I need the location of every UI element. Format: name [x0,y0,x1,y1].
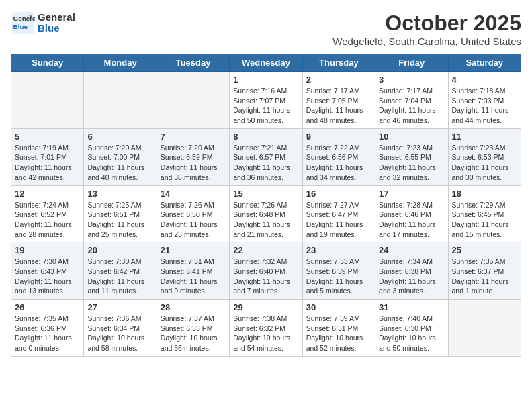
cell-text: Sunrise: 7:33 AMSunset: 6:39 PMDaylight:… [306,257,371,296]
calendar-cell: 21Sunrise: 7:31 AMSunset: 6:41 PMDayligh… [157,242,229,300]
cell-text: Sunrise: 7:30 AMSunset: 6:42 PMDaylight:… [87,257,152,296]
calendar-cell: 16Sunrise: 7:27 AMSunset: 6:47 PMDayligh… [302,185,375,242]
day-number: 17 [379,189,444,199]
calendar-cell: 7Sunrise: 7:20 AMSunset: 6:59 PMDaylight… [157,128,229,185]
cell-text: Sunrise: 7:20 AMSunset: 6:59 PMDaylight:… [161,143,226,183]
weekday-header-wednesday: Wednesday [230,54,302,72]
svg-text:Blue: Blue [13,23,28,30]
day-number: 2 [306,75,371,85]
calendar-row-2: 12Sunrise: 7:24 AMSunset: 6:52 PMDayligh… [11,185,521,242]
calendar-cell: 18Sunrise: 7:29 AMSunset: 6:45 PMDayligh… [448,185,521,242]
day-number: 4 [452,75,517,85]
day-number: 5 [15,132,80,142]
cell-text: Sunrise: 7:16 AMSunset: 7:07 PMDaylight:… [233,86,298,126]
calendar: SundayMondayTuesdayWednesdayThursdayFrid… [11,54,521,357]
day-number: 1 [233,75,298,85]
day-number: 16 [306,189,371,199]
cell-text: Sunrise: 7:40 AMSunset: 6:30 PMDaylight:… [379,314,444,353]
calendar-row-0: 1Sunrise: 7:16 AMSunset: 7:07 PMDaylight… [11,72,521,129]
calendar-cell: 26Sunrise: 7:35 AMSunset: 6:36 PMDayligh… [11,300,84,357]
calendar-cell: 27Sunrise: 7:36 AMSunset: 6:34 PMDayligh… [84,300,157,357]
cell-text: Sunrise: 7:17 AMSunset: 7:05 PMDaylight:… [306,86,371,126]
calendar-row-4: 26Sunrise: 7:35 AMSunset: 6:36 PMDayligh… [11,300,521,357]
cell-text: Sunrise: 7:25 AMSunset: 6:51 PMDaylight:… [87,200,152,240]
day-number: 11 [452,132,517,142]
cell-text: Sunrise: 7:23 AMSunset: 6:55 PMDaylight:… [379,143,444,183]
month-title: October 2025 [332,11,521,36]
calendar-cell: 28Sunrise: 7:37 AMSunset: 6:33 PMDayligh… [157,300,229,357]
calendar-row-1: 5Sunrise: 7:19 AMSunset: 7:01 PMDaylight… [11,128,521,185]
day-number: 19 [15,245,80,255]
calendar-cell: 29Sunrise: 7:38 AMSunset: 6:32 PMDayligh… [230,300,302,357]
cell-text: Sunrise: 7:29 AMSunset: 6:45 PMDaylight:… [452,200,517,240]
cell-text: Sunrise: 7:22 AMSunset: 6:56 PMDaylight:… [306,143,371,183]
day-number: 18 [452,189,517,199]
day-number: 22 [233,245,298,255]
cell-text: Sunrise: 7:18 AMSunset: 7:03 PMDaylight:… [452,86,517,126]
cell-text: Sunrise: 7:36 AMSunset: 6:34 PMDaylight:… [87,314,152,353]
weekday-header-row: SundayMondayTuesdayWednesdayThursdayFrid… [11,54,521,72]
cell-text: Sunrise: 7:31 AMSunset: 6:41 PMDaylight:… [161,257,226,296]
day-number: 30 [306,302,371,312]
calendar-cell: 12Sunrise: 7:24 AMSunset: 6:52 PMDayligh… [11,185,84,242]
day-number: 25 [452,245,517,255]
day-number: 29 [233,302,298,312]
calendar-cell: 24Sunrise: 7:34 AMSunset: 6:38 PMDayligh… [375,242,448,300]
day-number: 7 [161,132,226,142]
calendar-cell: 4Sunrise: 7:18 AMSunset: 7:03 PMDaylight… [448,72,521,129]
cell-text: Sunrise: 7:38 AMSunset: 6:32 PMDaylight:… [233,314,298,353]
cell-text: Sunrise: 7:39 AMSunset: 6:31 PMDaylight:… [306,314,371,353]
location: Wedgefield, South Carolina, United State… [332,36,521,47]
weekday-header-saturday: Saturday [448,54,521,72]
calendar-cell: 8Sunrise: 7:21 AMSunset: 6:57 PMDaylight… [230,128,302,185]
calendar-cell [157,72,229,129]
day-number: 26 [15,302,80,312]
logo-icon: General Blue [11,11,35,35]
calendar-cell: 13Sunrise: 7:25 AMSunset: 6:51 PMDayligh… [84,185,157,242]
calendar-cell [448,300,521,357]
day-number: 24 [379,245,444,255]
calendar-cell: 17Sunrise: 7:28 AMSunset: 6:46 PMDayligh… [375,185,448,242]
calendar-cell: 14Sunrise: 7:26 AMSunset: 6:50 PMDayligh… [157,185,229,242]
cell-text: Sunrise: 7:20 AMSunset: 7:00 PMDaylight:… [87,143,152,183]
day-number: 15 [233,189,298,199]
day-number: 3 [379,75,444,85]
calendar-cell: 3Sunrise: 7:17 AMSunset: 7:04 PMDaylight… [375,72,448,129]
logo-general: General [38,12,75,24]
day-number: 23 [306,245,371,255]
calendar-cell: 15Sunrise: 7:26 AMSunset: 6:48 PMDayligh… [230,185,302,242]
day-number: 31 [379,302,444,312]
calendar-cell: 23Sunrise: 7:33 AMSunset: 6:39 PMDayligh… [302,242,375,300]
weekday-header-sunday: Sunday [11,54,84,72]
calendar-cell: 31Sunrise: 7:40 AMSunset: 6:30 PMDayligh… [375,300,448,357]
calendar-cell: 1Sunrise: 7:16 AMSunset: 7:07 PMDaylight… [230,72,302,129]
day-number: 27 [87,302,152,312]
day-number: 12 [15,189,80,199]
cell-text: Sunrise: 7:37 AMSunset: 6:33 PMDaylight:… [161,314,226,353]
day-number: 21 [161,245,226,255]
day-number: 13 [87,189,152,199]
cell-text: Sunrise: 7:26 AMSunset: 6:50 PMDaylight:… [161,200,226,240]
day-number: 8 [233,132,298,142]
weekday-header-monday: Monday [84,54,157,72]
cell-text: Sunrise: 7:27 AMSunset: 6:47 PMDaylight:… [306,200,371,240]
calendar-cell: 25Sunrise: 7:35 AMSunset: 6:37 PMDayligh… [448,242,521,300]
cell-text: Sunrise: 7:21 AMSunset: 6:57 PMDaylight:… [233,143,298,183]
day-number: 14 [161,189,226,199]
cell-text: Sunrise: 7:26 AMSunset: 6:48 PMDaylight:… [233,200,298,240]
calendar-cell [84,72,157,129]
calendar-cell: 5Sunrise: 7:19 AMSunset: 7:01 PMDaylight… [11,128,84,185]
cell-text: Sunrise: 7:34 AMSunset: 6:38 PMDaylight:… [379,257,444,296]
cell-text: Sunrise: 7:35 AMSunset: 6:36 PMDaylight:… [15,314,80,353]
weekday-header-tuesday: Tuesday [157,54,229,72]
calendar-cell: 11Sunrise: 7:23 AMSunset: 6:53 PMDayligh… [448,128,521,185]
cell-text: Sunrise: 7:24 AMSunset: 6:52 PMDaylight:… [15,200,80,240]
weekday-header-friday: Friday [375,54,448,72]
cell-text: Sunrise: 7:30 AMSunset: 6:43 PMDaylight:… [15,257,80,296]
svg-text:General: General [13,15,35,22]
day-number: 28 [161,302,226,312]
cell-text: Sunrise: 7:17 AMSunset: 7:04 PMDaylight:… [379,86,444,126]
calendar-cell [11,72,84,129]
calendar-cell: 20Sunrise: 7:30 AMSunset: 6:42 PMDayligh… [84,242,157,300]
calendar-cell: 9Sunrise: 7:22 AMSunset: 6:56 PMDaylight… [302,128,375,185]
